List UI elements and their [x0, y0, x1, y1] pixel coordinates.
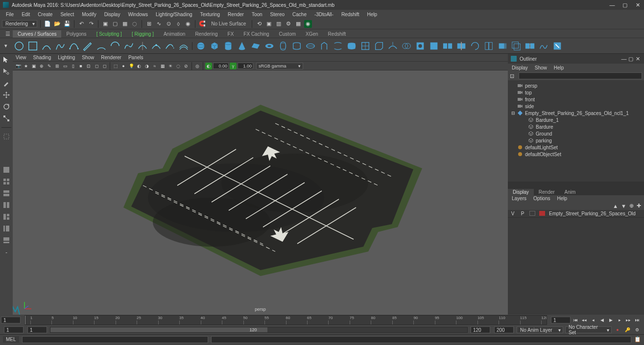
outliner-close-button[interactable]: ✕: [634, 55, 641, 62]
expander-icon[interactable]: ⊟: [511, 111, 515, 115]
cbx-tab-anim[interactable]: Anim: [560, 189, 581, 195]
ep-curve-icon[interactable]: [40, 40, 53, 52]
menu-cache[interactable]: Cache: [288, 11, 310, 18]
outliner-search-icon[interactable]: ⊡: [510, 73, 517, 79]
outliner-item-bardure[interactable]: Bardure: [508, 123, 644, 130]
time-slider[interactable]: 1510152025303540455055606570758085909510…: [24, 315, 547, 325]
nurbs-cone-icon[interactable]: [236, 40, 248, 52]
2d-pan-zoom-icon[interactable]: ⊕: [38, 63, 45, 69]
menu-display[interactable]: Display: [100, 11, 124, 18]
revolve-icon[interactable]: [277, 40, 289, 52]
layer-name[interactable]: Empty_Street_Parking_26_Spaces_Old: [549, 211, 636, 216]
snap-grid-icon[interactable]: ⊞: [145, 20, 153, 28]
outliner-search-input[interactable]: [519, 72, 642, 79]
outliner-menu-help[interactable]: Help: [554, 65, 564, 70]
rotate-tool-icon[interactable]: [1, 102, 11, 112]
outliner-item-persp[interactable]: persp: [508, 82, 644, 89]
gate-mask-icon[interactable]: ■: [77, 63, 84, 69]
shelf-tab-polygons[interactable]: Polygons: [61, 30, 91, 38]
intersect-icon[interactable]: [400, 40, 413, 52]
render-frame-icon[interactable]: ▣: [265, 20, 273, 28]
render-view-icon[interactable]: ▦: [294, 20, 302, 28]
character-set-dropdown[interactable]: No Character Set: [565, 326, 612, 333]
magnet-icon[interactable]: 🧲: [198, 20, 206, 28]
command-language-label[interactable]: MEL: [3, 336, 19, 343]
surface-editing-icon[interactable]: [551, 40, 564, 52]
single-pane-icon[interactable]: [1, 165, 11, 175]
persp-graph-layout-icon[interactable]: [1, 235, 11, 245]
new-scene-icon[interactable]: 📄: [44, 20, 51, 28]
outliner-item-defaultobjectset[interactable]: defaultObjectSet: [508, 151, 644, 158]
layer-template-box[interactable]: [529, 211, 535, 216]
motion-blur-icon[interactable]: ≈: [151, 63, 158, 69]
untrim-icon[interactable]: [428, 40, 440, 52]
four-pane-icon[interactable]: [1, 177, 11, 186]
outliner-scrollbar[interactable]: [508, 182, 644, 187]
shelf-tab-animation[interactable]: Animation: [159, 30, 190, 38]
undo-icon[interactable]: ↶: [77, 20, 85, 28]
boundary-icon[interactable]: [345, 40, 358, 52]
insert-isoparm-icon[interactable]: [482, 40, 495, 52]
field-chart-icon[interactable]: ⊡: [85, 63, 92, 69]
extend-curve-icon[interactable]: [164, 40, 176, 52]
shelf-tab-rendering[interactable]: Rendering: [190, 30, 222, 38]
arc-2pt-icon[interactable]: [109, 40, 121, 52]
pencil-curve-icon[interactable]: [81, 40, 94, 52]
workspace-dropdown[interactable]: Rendering: [2, 20, 37, 27]
ao-icon[interactable]: ◑: [143, 63, 150, 69]
lasso-tool-icon[interactable]: [1, 67, 11, 76]
minus-icon[interactable]: -: [1, 247, 11, 257]
nurbs-circle-icon[interactable]: [13, 40, 25, 52]
menu-redshift[interactable]: Redshift: [337, 11, 363, 18]
time-cursor[interactable]: [25, 316, 25, 324]
panel-menu-shading[interactable]: Shading: [33, 55, 51, 60]
menu-select[interactable]: Select: [56, 11, 78, 18]
bookmark-icon[interactable]: ★: [23, 63, 29, 69]
resolution-gate-icon[interactable]: ▯: [70, 63, 76, 69]
detach-surface-icon[interactable]: [455, 40, 468, 52]
command-input[interactable]: [22, 336, 208, 343]
scale-tool-icon[interactable]: [1, 114, 11, 123]
outliner-minimize-button[interactable]: —: [620, 55, 627, 62]
cbx-tab-render[interactable]: Render: [534, 189, 560, 195]
play-forward-button[interactable]: ▶: [607, 317, 615, 323]
nurbs-sphere-icon[interactable]: [194, 40, 207, 52]
outliner-item-ground[interactable]: Ground: [508, 130, 644, 137]
two-pane-v-icon[interactable]: [1, 200, 11, 210]
shelf-toggle-icon[interactable]: ☰: [4, 30, 12, 38]
shelf-tab-redshift[interactable]: Redshift: [323, 30, 351, 38]
extrude-icon[interactable]: [318, 40, 331, 52]
loft-icon[interactable]: [290, 40, 303, 52]
snap-live-icon[interactable]: ◉: [184, 20, 192, 28]
layer-visibility[interactable]: V: [510, 211, 516, 216]
sculpt-surface-icon[interactable]: [537, 40, 550, 52]
stitch-icon[interactable]: [524, 40, 536, 52]
wireframe-icon[interactable]: ⬚: [112, 63, 119, 69]
xray-joints-icon[interactable]: ⊘: [183, 63, 190, 69]
safe-action-icon[interactable]: ◻: [93, 63, 100, 69]
nurbs-plane-icon[interactable]: [249, 40, 262, 52]
menu-file[interactable]: File: [2, 11, 18, 18]
shelf-tab-custom[interactable]: Custom: [274, 30, 301, 38]
current-frame-field-right[interactable]: [551, 317, 571, 323]
shelf-menu-icon[interactable]: ▾: [2, 42, 10, 50]
menu-edit[interactable]: Edit: [18, 11, 34, 18]
outliner-menu-show[interactable]: Show: [535, 65, 547, 70]
attach-surface-icon[interactable]: [441, 40, 454, 52]
panel-menu-panels[interactable]: Panels: [128, 55, 143, 60]
safe-title-icon[interactable]: ◻: [101, 63, 108, 69]
nurbs-square-icon[interactable]: [26, 40, 39, 52]
cv-curve-icon[interactable]: [54, 40, 67, 52]
shelf-tab-curves-surfaces[interactable]: Curves / Surfaces: [13, 30, 61, 38]
bevel-icon[interactable]: [373, 40, 385, 52]
outliner-maximize-button[interactable]: ▢: [627, 55, 634, 62]
menu-toon[interactable]: Toon: [248, 11, 266, 18]
range-start-inner-field[interactable]: [27, 326, 47, 333]
outliner-item-parking[interactable]: parking: [508, 137, 644, 144]
go-to-end-button[interactable]: ⏭: [633, 317, 641, 323]
outliner-layout-icon[interactable]: [1, 224, 11, 233]
use-lights-icon[interactable]: 💡: [128, 63, 135, 69]
birail-icon[interactable]: [332, 40, 344, 52]
outliner-item-side[interactable]: side: [508, 103, 644, 110]
cbx-tab-display[interactable]: Display: [508, 189, 534, 195]
